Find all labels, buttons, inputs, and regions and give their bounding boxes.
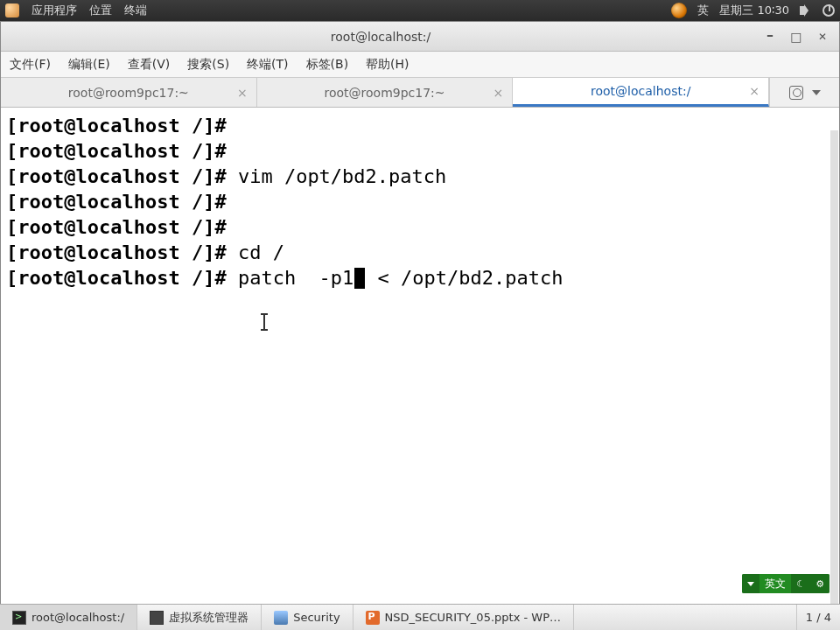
ime-collapse-icon[interactable] (742, 574, 760, 593)
tab-close-icon[interactable]: × (237, 86, 248, 100)
power-icon[interactable] (822, 4, 835, 17)
virt-manager-icon (150, 611, 164, 625)
profile-button-icon[interactable] (789, 86, 803, 100)
tab-3[interactable]: root@localhost:/ × (513, 78, 769, 107)
task-item-wps[interactable]: NSD_SECURITY_05.pptx - WP… (354, 605, 574, 630)
shell-prompt: [root@localhost /]# (6, 140, 238, 162)
shell-prompt: [root@localhost /]# (6, 191, 238, 213)
volume-icon[interactable] (800, 4, 812, 17)
menu-bar: 文件(F) 编辑(E) 查看(V) 搜索(S) 终端(T) 标签(B) 帮助(H… (1, 52, 839, 78)
menu-edit[interactable]: 编辑(E) (65, 54, 114, 75)
bottom-taskbar: root@localhost:/ 虚拟系统管理器 Security NSD_SE… (0, 604, 840, 630)
shell-input-before-cursor: patch -p1 (238, 267, 354, 289)
menu-places[interactable]: 位置 (89, 3, 112, 18)
task-item-security[interactable]: Security (262, 605, 353, 630)
shell-prompt: [root@localhost /]# (6, 267, 238, 289)
menu-terminal[interactable]: 终端 (124, 3, 147, 18)
mouse-ibeam-cursor-icon (263, 313, 265, 331)
task-item-virt-manager[interactable]: 虚拟系统管理器 (137, 605, 262, 630)
menu-terminal-menu[interactable]: 终端(T) (243, 54, 291, 75)
text-cursor (354, 268, 365, 289)
vertical-scrollbar[interactable] (830, 130, 838, 620)
task-item-terminal[interactable]: root@localhost:/ (0, 605, 137, 630)
ime-halfwidth-icon[interactable] (791, 574, 810, 593)
task-label: root@localhost:/ (32, 611, 124, 624)
gnome-foot-icon (5, 4, 19, 18)
workspace-indicator[interactable]: 1 / 4 (796, 605, 840, 630)
wps-presentation-icon (366, 611, 380, 625)
terminal-window: root@localhost:/ 文件(F) 编辑(E) 查看(V) 搜索(S)… (0, 21, 840, 609)
ime-floating-badge[interactable]: 英文 (742, 574, 830, 593)
window-maximize-button[interactable] (787, 27, 806, 46)
tab-close-icon[interactable]: × (749, 84, 760, 98)
ime-indicator[interactable]: 英 (697, 3, 709, 18)
security-app-icon (274, 611, 288, 625)
tab-label: root@localhost:/ (591, 84, 690, 98)
tab-label: root@room9pc17:~ (324, 86, 444, 100)
system-top-panel: 应用程序 位置 终端 英 星期三 10∶30 (0, 0, 840, 21)
task-label: NSD_SECURITY_05.pptx - WP… (385, 611, 561, 624)
menu-view[interactable]: 查看(V) (124, 54, 174, 75)
shell-prompt: [root@localhost /]# (6, 115, 238, 136)
menu-help[interactable]: 帮助(H) (362, 54, 412, 75)
menu-file[interactable]: 文件(F) (6, 54, 54, 75)
task-label: Security (293, 611, 340, 624)
shell-prompt: [root@localhost /]# (6, 165, 238, 187)
update-notifier-icon[interactable] (671, 3, 687, 18)
workspace-indicator-label: 1 / 4 (806, 611, 831, 624)
tab-tools (769, 78, 839, 107)
tab-menu-caret-icon[interactable] (812, 90, 821, 95)
shell-output: cd / (238, 242, 284, 263)
tab-close-icon[interactable]: × (494, 86, 504, 100)
shell-output: vim /opt/bd2.patch (238, 165, 446, 187)
tab-bar: root@room9pc17:~ × root@room9pc17:~ × ro… (1, 78, 839, 108)
tab-2[interactable]: root@room9pc17:~ × (257, 78, 514, 107)
window-title: root@localhost:/ (331, 30, 430, 44)
menu-tabs[interactable]: 标签(B) (303, 54, 353, 75)
terminal-app-icon (12, 611, 26, 625)
terminal-body[interactable]: [root@localhost /]# [root@localhost /]# … (1, 108, 839, 608)
shell-prompt: [root@localhost /]# (6, 216, 238, 238)
menu-search[interactable]: 搜索(S) (184, 54, 233, 75)
ime-mode-label[interactable]: 英文 (760, 574, 791, 593)
tab-label: root@room9pc17:~ (68, 86, 189, 100)
shell-input-after-cursor: < /opt/bd2.patch (366, 267, 563, 289)
task-label: 虚拟系统管理器 (169, 610, 248, 626)
window-titlebar[interactable]: root@localhost:/ (1, 22, 839, 52)
window-close-button[interactable] (813, 27, 832, 46)
shell-prompt: [root@localhost /]# (6, 242, 238, 263)
tab-1[interactable]: root@room9pc17:~ × (1, 78, 257, 107)
ime-settings-icon[interactable] (810, 574, 830, 593)
menu-applications[interactable]: 应用程序 (32, 3, 77, 18)
clock[interactable]: 星期三 10∶30 (719, 3, 789, 18)
window-minimize-button[interactable] (760, 27, 780, 46)
